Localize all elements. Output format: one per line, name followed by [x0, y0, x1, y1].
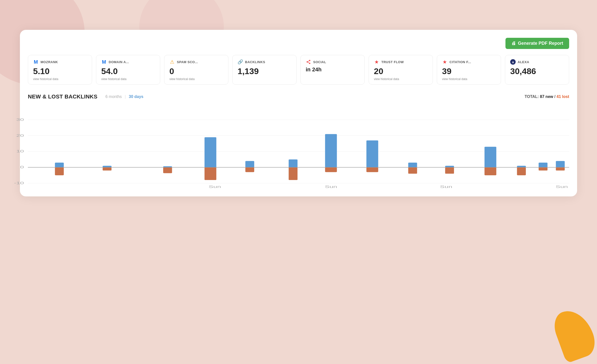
bar-pos-8	[366, 140, 378, 167]
bar-pos-12	[517, 166, 526, 167]
bar-neg-12	[517, 167, 526, 175]
backlinks-icon: 🔗	[238, 59, 243, 65]
header-row: 🖨 Generate PDF Report	[28, 38, 569, 49]
bar-neg-3	[163, 167, 172, 173]
filter-30-days[interactable]: 30 days	[127, 93, 146, 100]
bar-pos-5	[245, 161, 254, 168]
bar-neg-5	[245, 167, 254, 172]
social-value: in 24h	[306, 67, 359, 73]
citation-flow-link[interactable]: view historical data	[442, 77, 496, 81]
trust-flow-header: ★ TRUST FLOW	[374, 59, 428, 65]
domain-authority-link[interactable]: view historical data	[101, 77, 155, 81]
chart-total-lost: 41 lost	[556, 94, 569, 99]
citation-icon: ★	[442, 59, 448, 65]
bar-pos-4	[204, 137, 216, 167]
bar-pos-11	[485, 147, 496, 168]
bar-neg-1	[55, 167, 64, 175]
mozrank-header: M MOZRANK	[33, 59, 87, 65]
domain-authority-label: DOMAIN A...	[109, 60, 129, 64]
social-label: SOCIAL	[313, 60, 326, 64]
chart-total-new: 87 new	[540, 94, 553, 99]
generate-pdf-button[interactable]: 🖨 Generate PDF Report	[505, 38, 569, 49]
spam-score-link[interactable]: view historical data	[169, 77, 223, 81]
backlinks-label: BACKLINKS	[245, 60, 265, 64]
backlinks-value: 1,139	[238, 67, 291, 76]
chart-title: NEW & LOST BACKLINKS	[28, 93, 98, 100]
svg-text:-10: -10	[14, 181, 24, 185]
x-label-sun-1: Sun	[209, 185, 221, 189]
metric-card-social: SOCIAL in 24h	[300, 55, 365, 85]
svg-text:0: 0	[20, 165, 24, 169]
svg-text:30: 30	[16, 118, 24, 122]
chart-header: NEW & LOST BACKLINKS 6 months|30 days TO…	[28, 93, 569, 100]
spam-icon: ⚠	[169, 59, 175, 65]
chart-total-label: TOTAL:	[525, 94, 540, 99]
trust-flow-link[interactable]: view historical data	[374, 77, 428, 81]
backlinks-header: 🔗 BACKLINKS	[238, 59, 291, 65]
chart-filter: 6 months|30 days	[103, 93, 146, 100]
bar-pos-10	[445, 166, 454, 167]
svg-point-2	[309, 63, 310, 64]
chart-total-slash: /	[553, 94, 556, 99]
domain-icon: M	[101, 59, 107, 65]
svg-line-3	[308, 62, 309, 63]
alexa-value: 30,486	[510, 67, 564, 76]
citation-flow-value: 39	[442, 67, 496, 76]
svg-text:20: 20	[16, 134, 24, 138]
trust-flow-label: TRUST FLOW	[381, 60, 404, 64]
svg-point-0	[309, 60, 310, 61]
chart-section: NEW & LOST BACKLINKS 6 months|30 days TO…	[28, 93, 569, 188]
x-label-sun-3: Sun	[440, 185, 452, 189]
metric-card-mozrank: M MOZRANK 5.10 view historical data	[28, 55, 92, 85]
generate-pdf-label: Generate PDF Report	[518, 41, 563, 46]
bg-decoration-mango	[550, 305, 597, 364]
metric-card-spam-score: ⚠ SPAM SCO... 0 view historical data	[164, 55, 228, 85]
svg-point-1	[307, 61, 308, 63]
bar-neg-9	[408, 167, 417, 174]
bar-pos-1	[55, 163, 64, 167]
main-card: 🖨 Generate PDF Report M MOZRANK 5.10 vie…	[20, 30, 577, 196]
bar-neg-6	[289, 167, 298, 180]
trust-flow-value: 20	[374, 67, 428, 76]
chart-area: 30 20 10 0 -10 Sun	[28, 104, 569, 188]
bar-pos-13	[539, 163, 547, 167]
bar-neg-10	[445, 167, 454, 174]
social-header: SOCIAL	[306, 59, 359, 65]
bar-pos-14	[556, 161, 565, 168]
bar-pos-2	[103, 166, 112, 167]
metrics-row: M MOZRANK 5.10 view historical data M DO…	[28, 55, 569, 85]
domain-authority-value: 54.0	[101, 67, 155, 76]
metric-card-domain-authority: M DOMAIN A... 54.0 view historical data	[96, 55, 160, 85]
spam-score-label: SPAM SCO...	[177, 60, 198, 64]
filter-6-months[interactable]: 6 months	[103, 93, 124, 100]
metric-card-trust-flow: ★ TRUST FLOW 20 view historical data	[369, 55, 433, 85]
citation-flow-header: ★ CITATION F...	[442, 59, 496, 65]
metric-card-alexa: a ALEXA 30,486	[505, 55, 569, 85]
spam-score-value: 0	[169, 67, 223, 76]
social-icon	[306, 59, 311, 65]
bar-neg-14	[556, 167, 565, 171]
bar-neg-4	[204, 167, 216, 180]
svg-line-4	[308, 61, 309, 61]
metric-card-backlinks: 🔗 BACKLINKS 1,139	[232, 55, 297, 85]
citation-flow-label: CITATION F...	[449, 60, 471, 64]
mozrank-icon: M	[33, 59, 39, 65]
filter-divider: |	[125, 94, 126, 99]
pdf-icon: 🖨	[511, 41, 516, 46]
x-label-sun-2: Sun	[325, 185, 337, 189]
bar-pos-9	[408, 163, 417, 167]
x-label-sun-4: Sun	[556, 185, 568, 189]
mozrank-link[interactable]: view historical data	[33, 77, 87, 81]
alexa-label: ALEXA	[518, 60, 529, 64]
metric-card-citation-flow: ★ CITATION F... 39 view historical data	[437, 55, 501, 85]
bar-neg-7	[325, 167, 337, 172]
bar-neg-8	[366, 167, 378, 172]
alexa-header: a ALEXA	[510, 59, 564, 65]
mozrank-value: 5.10	[33, 67, 87, 76]
bar-pos-7	[325, 134, 337, 168]
mozrank-label: MOZRANK	[41, 60, 58, 64]
domain-authority-header: M DOMAIN A...	[101, 59, 155, 65]
bar-pos-6	[289, 160, 298, 168]
trust-icon: ★	[374, 59, 379, 65]
bar-neg-2	[103, 167, 112, 171]
